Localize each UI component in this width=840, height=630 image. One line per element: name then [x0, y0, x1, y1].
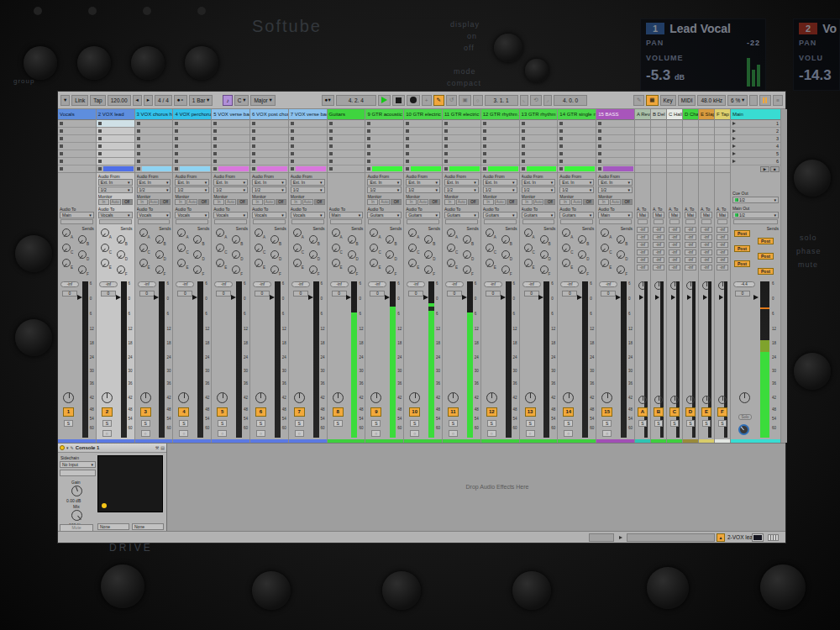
- send-knob-c[interactable]: C: [486, 244, 494, 252]
- clip-slot[interactable]: [212, 135, 249, 143]
- monitor-auto-button[interactable]: Auto: [379, 199, 390, 205]
- send-knob-e[interactable]: E: [601, 259, 609, 267]
- send-knob-f[interactable]: F: [617, 265, 625, 274]
- clip-slot[interactable]: [135, 120, 173, 128]
- monitor-off-button[interactable]: Off: [468, 199, 479, 205]
- solo-button[interactable]: S: [295, 420, 304, 427]
- clip-slot-row[interactable]: [667, 165, 682, 173]
- clip-slot[interactable]: [596, 128, 634, 135]
- input-type-menu[interactable]: Ext. In▾: [444, 179, 479, 186]
- input-channel-menu[interactable]: 1/2▾: [98, 186, 133, 193]
- input-channel-menu[interactable]: 1/2▾: [291, 186, 325, 193]
- input-channel-menu[interactable]: 1/2▾: [213, 186, 248, 193]
- arm-button[interactable]: ○: [256, 430, 265, 437]
- monitor-buttons[interactable]: InAutoOff: [406, 199, 440, 205]
- scene-slot[interactable]: 5: [731, 150, 780, 158]
- peak-level-display[interactable]: -inf: [60, 281, 79, 287]
- track-title[interactable]: 3 VOX chorus har: [135, 109, 173, 120]
- monitor-off-button[interactable]: Off: [391, 199, 402, 205]
- output-menu[interactable]: Guitars▾: [367, 212, 402, 218]
- clip-slot[interactable]: [289, 120, 327, 128]
- send-knob-e[interactable]: E: [332, 259, 340, 267]
- input-channel-menu[interactable]: 1/2▾: [444, 186, 479, 193]
- send-knob-f[interactable]: F: [578, 265, 586, 274]
- track-activator-button[interactable]: 15: [601, 407, 612, 417]
- peak-level-display[interactable]: -inf: [445, 281, 464, 287]
- send-knob-f[interactable]: F: [501, 265, 510, 274]
- send-knob-f[interactable]: F: [78, 265, 87, 274]
- peak-level-display[interactable]: -inf: [599, 281, 617, 287]
- clip-slot[interactable]: [683, 120, 698, 128]
- clip-slot[interactable]: [635, 158, 650, 165]
- pan-knob[interactable]: [370, 392, 381, 403]
- monitor-buttons[interactable]: InAutoOff: [98, 199, 133, 205]
- send-knob-c[interactable]: C: [293, 244, 302, 252]
- clip-slot[interactable]: [651, 143, 666, 150]
- clip-slot[interactable]: [365, 158, 403, 165]
- clip-slot[interactable]: [135, 158, 173, 165]
- playing-clip[interactable]: [449, 166, 480, 171]
- pan-value[interactable]: 0: [177, 291, 192, 297]
- track-activator-button[interactable]: 1: [63, 407, 74, 417]
- send-knob-b[interactable]: B: [501, 235, 510, 244]
- clip-slot[interactable]: [58, 158, 96, 165]
- solo-button[interactable]: S: [141, 420, 150, 427]
- send-knob-c[interactable]: C: [447, 244, 455, 252]
- clip-slot-row[interactable]: [212, 165, 249, 173]
- clip-slot[interactable]: [365, 135, 403, 143]
- clip-slot[interactable]: [173, 135, 211, 143]
- track-title[interactable]: 2 VOX lead: [97, 109, 134, 120]
- clip-slot[interactable]: [212, 158, 249, 165]
- clip-slot[interactable]: [683, 150, 698, 158]
- send-knob-d[interactable]: D: [309, 250, 318, 259]
- send-knob-f[interactable]: F: [424, 265, 433, 274]
- clip-slot[interactable]: [328, 143, 365, 150]
- send-knob-c[interactable]: C: [62, 244, 71, 252]
- clip-slot[interactable]: [212, 120, 249, 128]
- send-value-box[interactable]: -inf: [717, 227, 728, 233]
- metronome-button[interactable]: ●∘: [174, 95, 187, 106]
- send-knob-d[interactable]: D: [193, 250, 202, 259]
- return-activator-button[interactable]: D: [685, 407, 696, 417]
- send-knob-c[interactable]: C: [408, 244, 417, 252]
- scene-slot[interactable]: 1: [731, 120, 780, 128]
- clip-slot[interactable]: [135, 143, 173, 150]
- cue-out-menu[interactable]: 1/2▾: [732, 197, 779, 203]
- send-knob-d[interactable]: D: [463, 250, 471, 259]
- pan-value[interactable]: 0: [255, 291, 270, 297]
- send-knob-f[interactable]: F: [463, 265, 471, 274]
- send-knob-c[interactable]: C: [139, 244, 148, 252]
- track-title[interactable]: 13 GTR rhythm 1: [520, 109, 558, 120]
- clip-slot-row[interactable]: [365, 165, 403, 173]
- pan-knob[interactable]: [255, 392, 266, 403]
- monitor-auto-button[interactable]: Auto: [533, 199, 544, 205]
- arm-button[interactable]: ○: [487, 430, 496, 437]
- send-knob-d[interactable]: D: [78, 250, 87, 259]
- clip-slot[interactable]: [97, 120, 134, 128]
- clip-slot[interactable]: [443, 128, 480, 135]
- scene-slot[interactable]: 6: [731, 158, 780, 165]
- input-type-menu[interactable]: Ext. In▾: [291, 179, 325, 186]
- cue-post-button[interactable]: Post: [734, 245, 750, 252]
- pan-value[interactable]: 0: [447, 291, 462, 297]
- scene-slot[interactable]: 4: [731, 143, 780, 150]
- send-knob-b[interactable]: B: [155, 235, 164, 244]
- playing-clip[interactable]: [103, 166, 134, 171]
- play-button[interactable]: [378, 95, 391, 106]
- send-value-box[interactable]: -inf: [653, 265, 664, 270]
- return-activator-button[interactable]: A: [638, 407, 648, 417]
- draw-mode-button[interactable]: ✎: [633, 95, 644, 106]
- clip-slot[interactable]: [596, 158, 634, 165]
- clip-slot[interactable]: [481, 150, 519, 158]
- send-knob-d[interactable]: D: [424, 250, 433, 259]
- solo-button[interactable]: S: [256, 420, 265, 427]
- clip-slot[interactable]: [683, 143, 698, 150]
- clip-slot[interactable]: [58, 128, 96, 135]
- clip-slot[interactable]: [58, 143, 96, 150]
- clip-slot[interactable]: [58, 135, 96, 143]
- clip-slot[interactable]: [365, 150, 403, 158]
- peak-level-display[interactable]: -inf: [484, 281, 502, 287]
- clip-slot-row[interactable]: [135, 165, 173, 173]
- send-knob-b[interactable]: B: [424, 235, 433, 244]
- send-value-box[interactable]: -inf: [637, 234, 648, 240]
